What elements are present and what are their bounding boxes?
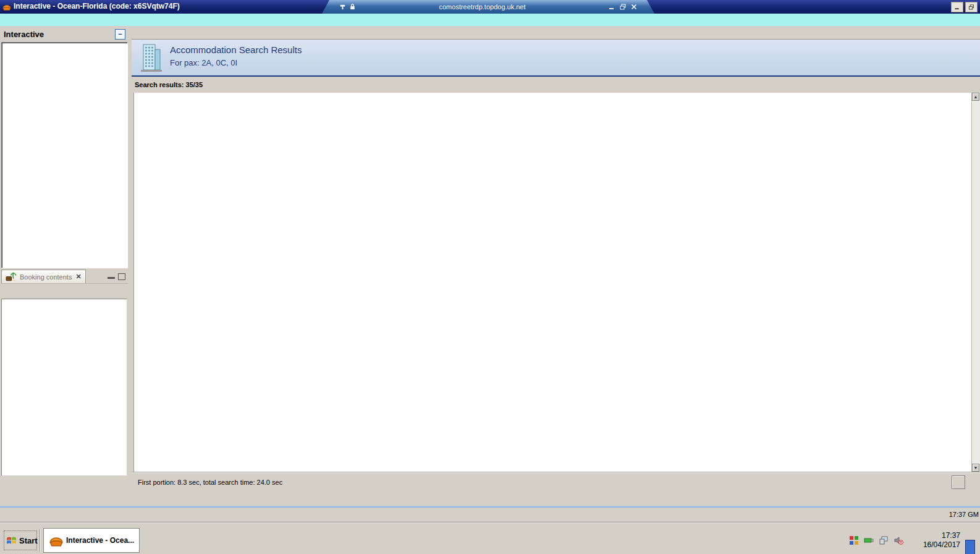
navigation-tree	[1, 42, 128, 268]
info-button[interactable]	[952, 475, 965, 489]
rdp-host: comostreetrdp.topdog.uk.net	[356, 3, 609, 11]
taskbar-clock: 17:37 16/04/2017	[908, 531, 960, 550]
scroll-down-button[interactable]: ▼	[972, 464, 979, 472]
status-bar: 17:37 GM	[0, 508, 980, 522]
page-title: Accommodation Search Results	[170, 45, 302, 55]
start-button[interactable]: Start	[4, 531, 37, 550]
main-panel: Accommodation Search Results For pax: 2A…	[132, 26, 980, 506]
window-title: Interactive - Ocean-Florida (code: x6SVq…	[14, 2, 180, 11]
lock-icon	[349, 3, 356, 11]
table-header-row	[134, 93, 972, 104]
clock-time: 17:37	[908, 531, 960, 540]
scroll-up-button[interactable]: ▲	[972, 93, 979, 101]
status-clock: 17:37 GM	[949, 511, 979, 518]
cutoff-window-icon	[965, 540, 975, 554]
pax-subtitle: For pax: 2A, 0C, 0I	[170, 58, 237, 67]
app-titlebar: Interactive - Ocean-Florida (code: x6SVq…	[0, 0, 980, 14]
menu-bar	[0, 14, 980, 26]
app-icon	[2, 2, 12, 12]
booking-contents-tabrow: Booking contents ✕	[1, 270, 128, 283]
results-count-label: Search results: 35/35	[135, 81, 203, 88]
tray-antivirus-icon[interactable]	[849, 535, 859, 545]
booking-panel-maximize-button[interactable]	[118, 273, 125, 280]
screen: Interactive - Ocean-Florida (code: x6SVq…	[0, 0, 980, 554]
booking-contents-label: Booking contents	[20, 273, 72, 281]
booking-contents-tab[interactable]: Booking contents ✕	[1, 270, 86, 283]
sidebar-header: Interactive −	[0, 27, 129, 41]
rdp-close-button[interactable]	[631, 4, 637, 10]
booking-contents-toolbar	[1, 283, 128, 299]
collapse-sidebar-button[interactable]: −	[115, 29, 125, 40]
tray-volume-muted-icon[interactable]	[893, 535, 903, 545]
building-icon	[139, 43, 164, 72]
pin-icon[interactable]	[339, 3, 346, 11]
taskbar-app-label: Interactive - Ocea...	[66, 536, 134, 545]
window-restore-button[interactable]	[965, 2, 978, 12]
document-tabs	[132, 26, 980, 40]
tray-network-card-icon[interactable]	[864, 535, 874, 545]
system-tray: 17:37 16/04/2017	[849, 528, 975, 553]
vertical-scrollbar[interactable]: ▲ ▼	[971, 93, 980, 472]
taskbar: Start Interactive - Ocea... 17:37 16/04/…	[0, 522, 980, 554]
results-strip: Search results: 35/35	[132, 77, 980, 93]
results-table: ▲ ▼	[133, 93, 980, 472]
taskbar-divider	[40, 529, 41, 552]
search-timing-label: First portion: 8.3 sec, total search tim…	[138, 479, 282, 486]
bottom-tabs	[132, 492, 980, 506]
sidebar-title: Interactive	[4, 30, 115, 39]
taskbar-app-button[interactable]: Interactive - Ocea...	[43, 528, 140, 553]
sidebar: Interactive − Booking contents ✕	[0, 26, 129, 506]
table-body	[134, 104, 972, 472]
tray-computer-icon[interactable]	[879, 535, 889, 545]
booking-panel-minimize-button[interactable]	[108, 273, 115, 279]
clock-date: 16/04/2017	[908, 540, 960, 550]
search-timing-strip: First portion: 8.3 sec, total search tim…	[132, 472, 980, 492]
app-icon	[48, 532, 64, 548]
rdp-connection-bar: comostreetrdp.topdog.uk.net	[322, 0, 654, 14]
booking-icon	[6, 272, 17, 281]
start-label: Start	[19, 536, 38, 545]
results-header: Accommodation Search Results For pax: 2A…	[132, 40, 980, 75]
rdp-restore-button[interactable]	[620, 4, 626, 10]
booking-contents-list	[1, 299, 127, 475]
close-booking-contents-icon[interactable]: ✕	[75, 273, 81, 281]
windows-logo-icon	[6, 535, 17, 545]
rdp-minimize-button[interactable]	[609, 4, 615, 10]
window-minimize-button[interactable]	[951, 2, 963, 12]
